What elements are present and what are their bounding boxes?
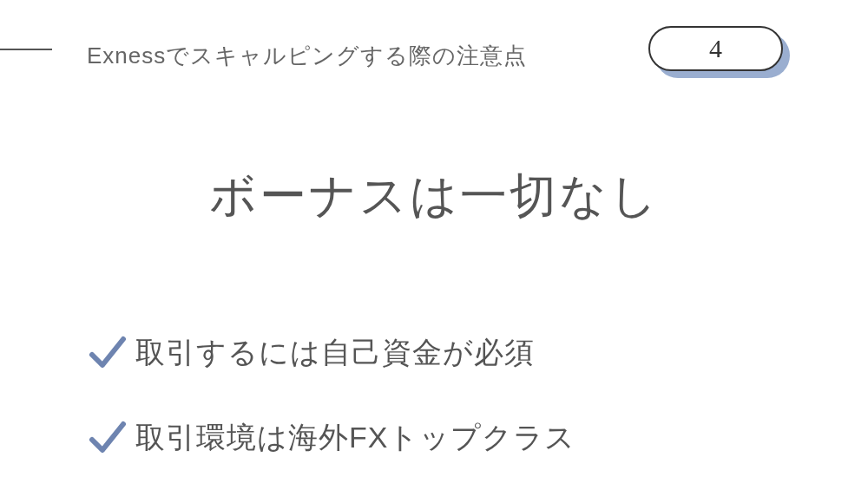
badge-outline: 4 xyxy=(648,26,783,71)
bullet-point: 取引環境は海外FXトップクラス xyxy=(87,417,868,459)
bullet-points-list: 取引するには自己資金が必須 取引環境は海外FXトップクラス xyxy=(0,332,868,459)
bullet-text: 取引するには自己資金が必須 xyxy=(135,333,535,373)
badge-number: 4 xyxy=(709,34,722,63)
check-icon xyxy=(87,417,128,459)
slide-header: Exnessでスキャルピングする際の注意点 4 xyxy=(0,0,868,78)
bullet-point: 取引するには自己資金が必須 xyxy=(87,332,868,374)
header-title: Exnessでスキャルピングする際の注意点 xyxy=(87,41,527,71)
header-divider-line xyxy=(0,49,52,50)
bullet-text: 取引環境は海外FXトップクラス xyxy=(135,418,575,458)
main-title: ボーナスは一切なし xyxy=(0,165,868,228)
check-icon xyxy=(87,332,128,374)
slide-number-badge: 4 xyxy=(655,33,790,78)
